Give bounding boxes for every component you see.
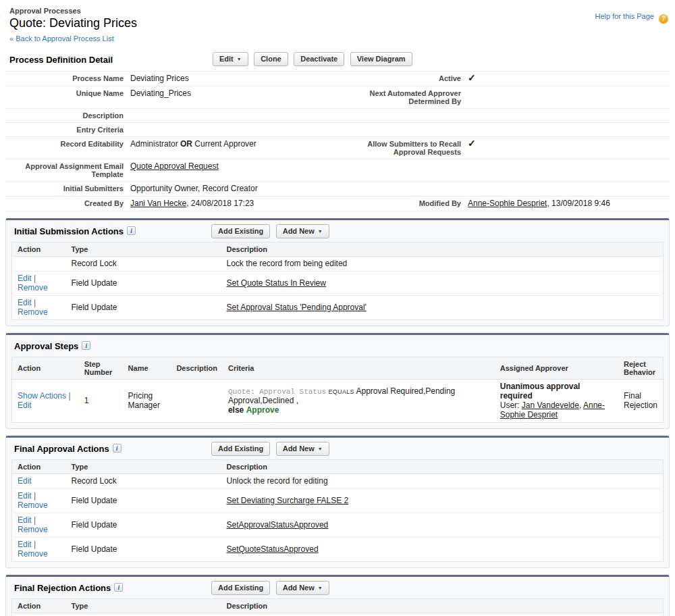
field-label: Description: [5, 111, 124, 120]
info-icon[interactable]: i: [114, 583, 123, 592]
edit-link[interactable]: Edit: [18, 274, 32, 283]
action-type: Field Update: [66, 513, 221, 538]
column-header-description: Description: [221, 599, 664, 613]
edit-link[interactable]: Edit: [18, 540, 32, 549]
info-icon[interactable]: i: [113, 444, 122, 453]
chevron-down-icon: ▼: [237, 57, 242, 61]
description-link[interactable]: SetApprovalStatusApproved: [227, 520, 329, 530]
criteria-operator: EQUALS: [329, 388, 354, 395]
assigned-approver-cell: Unanimous approval required User: Jan Va…: [495, 380, 618, 423]
edit-step-link[interactable]: Edit: [18, 401, 32, 410]
action-table-row: EditRecord LockUnlock the record for edi…: [12, 613, 664, 616]
section-title: Initial Submission Actions: [11, 224, 124, 236]
action-type: Field Update: [66, 538, 221, 562]
action-type: Field Update: [66, 489, 221, 513]
add-new-button[interactable]: Add New▼: [276, 581, 329, 595]
approver-prefix: User:: [500, 401, 522, 410]
field-label: Next Automated Approver Determined By: [353, 88, 461, 105]
separator: |: [32, 515, 36, 525]
add-existing-button[interactable]: Add Existing: [211, 581, 270, 595]
approval-step-row: Show Actions | Edit 1 Pricing Manager Qu…: [12, 380, 664, 423]
separator: |: [32, 274, 36, 283]
field-label: Initial Submitters: [5, 184, 124, 192]
action-type: Record Lock: [66, 613, 221, 616]
column-header-type: Type: [66, 460, 221, 474]
column-header-reject-behavior: Reject Behavior: [618, 357, 664, 380]
back-to-list-link[interactable]: « Back to Approval Process List: [5, 34, 114, 43]
add-new-button[interactable]: Add New▼: [276, 442, 329, 456]
field-label: Unique Name: [5, 88, 124, 97]
help-question-icon[interactable]: ?: [659, 14, 668, 24]
reject-behavior: Final Rejection: [618, 380, 664, 423]
clone-button[interactable]: Clone: [254, 52, 288, 66]
action-type: Field Update: [66, 296, 221, 320]
remove-link[interactable]: Remove: [18, 500, 48, 510]
final-approval-actions-table: ActionTypeDescriptionEditRecord LockUnlo…: [11, 459, 664, 562]
section-title: Approval Steps: [11, 339, 78, 351]
approver-user-link[interactable]: Jan Vandevelde: [522, 401, 579, 410]
action-type: Field Update: [66, 272, 221, 296]
column-header-type: Type: [66, 599, 221, 613]
action-table-row: Edit | RemoveField UpdateSetApprovalStat…: [12, 513, 664, 538]
add-existing-button[interactable]: Add Existing: [211, 442, 270, 456]
row-actions-cell: Edit | Remove: [12, 538, 66, 562]
final-rejection-actions-table: ActionTypeDescriptionEditRecord LockUnlo…: [11, 598, 664, 616]
add-new-button[interactable]: Add New▼: [276, 224, 329, 238]
chevron-down-icon: ▼: [318, 586, 323, 590]
created-by-user-link[interactable]: Jani Van Hecke: [130, 199, 186, 208]
deactivate-button[interactable]: Deactivate: [294, 52, 344, 66]
edit-link[interactable]: Edit: [18, 298, 32, 307]
action-description: SetQuoteStatusApproved: [221, 538, 664, 562]
section-header: Approval Stepsi: [11, 339, 664, 357]
approver-mode: Unanimous approval required: [500, 382, 613, 401]
description-link[interactable]: Set Deviating Surcharge FALSE 2: [227, 496, 349, 505]
section-buttons: Add Existing Add New▼: [211, 442, 329, 456]
help-for-this-page-link[interactable]: Help for this Page: [595, 12, 654, 20]
final-rejection-actions-section: Final Rejection Actionsi Add Existing Ad…: [5, 575, 670, 616]
breadcrumb: Approval Processes: [5, 7, 670, 15]
column-header-description: Description: [171, 357, 223, 380]
initial-submitters-value: Opportunity Owner, Record Creator: [130, 184, 670, 193]
action-description: SetApprovalStatusApproved: [221, 513, 664, 538]
description-link[interactable]: Set Approval Status 'Pending Approval': [227, 303, 367, 312]
page-header: Approval Processes Quote: Deviating Pric…: [5, 7, 670, 45]
field-label: Entry Criteria: [5, 125, 124, 134]
action-description: Unlock the record for editing: [221, 613, 664, 616]
column-header-action: Action: [12, 357, 79, 380]
initial-submission-actions-table: ActionTypeDescriptionRecord LockLock the…: [11, 242, 664, 320]
view-diagram-button[interactable]: View Diagram: [350, 52, 412, 66]
edit-link[interactable]: Edit: [18, 476, 32, 486]
action-description: Set Quote Status In Review: [221, 272, 664, 296]
remove-link[interactable]: Remove: [18, 525, 48, 534]
column-header-action: Action: [12, 599, 66, 613]
column-header-criteria: Criteria: [223, 357, 495, 380]
action-table-row: Edit | RemoveField UpdateSetQuoteStatusA…: [12, 538, 664, 562]
info-icon[interactable]: i: [82, 341, 90, 350]
edit-link[interactable]: Edit: [18, 491, 32, 500]
edit-button[interactable]: Edit▼: [213, 52, 248, 66]
separator: |: [32, 298, 36, 307]
approval-steps-table: ActionStep NumberNameDescriptionCriteria…: [11, 357, 664, 423]
page-title: Quote: Deviating Prices: [5, 15, 670, 32]
field-label: Approval Assignment Email Template: [5, 161, 124, 178]
action-description: Unlock the record for editing: [221, 474, 664, 489]
remove-link[interactable]: Remove: [18, 549, 48, 559]
info-icon[interactable]: i: [127, 226, 136, 235]
step-description: [171, 380, 223, 423]
remove-link[interactable]: Remove: [18, 283, 48, 292]
action-table-row: Record LockLock the record from being ed…: [12, 257, 664, 272]
show-actions-link[interactable]: Show Actions: [18, 391, 66, 401]
remove-link[interactable]: Remove: [18, 307, 48, 317]
email-template-link[interactable]: Quote Approval Request: [130, 161, 219, 171]
action-table-row: Edit | RemoveField UpdateSet Quote Statu…: [12, 272, 664, 296]
description-link[interactable]: Set Quote Status In Review: [227, 278, 326, 288]
add-existing-button[interactable]: Add Existing: [211, 224, 270, 238]
row-actions-cell: Edit | Remove: [12, 272, 66, 296]
column-header-description: Description: [221, 460, 664, 474]
description-link[interactable]: SetQuoteStatusApproved: [227, 544, 319, 554]
edit-link[interactable]: Edit: [18, 515, 32, 525]
field-label: Allow Submitters to Recall Approval Requ…: [353, 139, 461, 156]
row-actions-cell: Edit: [12, 613, 66, 616]
modified-by-user-link[interactable]: Anne-Sophie Despriet: [468, 199, 547, 208]
section-header: Final Rejection Actionsi Add Existing Ad…: [11, 581, 664, 598]
